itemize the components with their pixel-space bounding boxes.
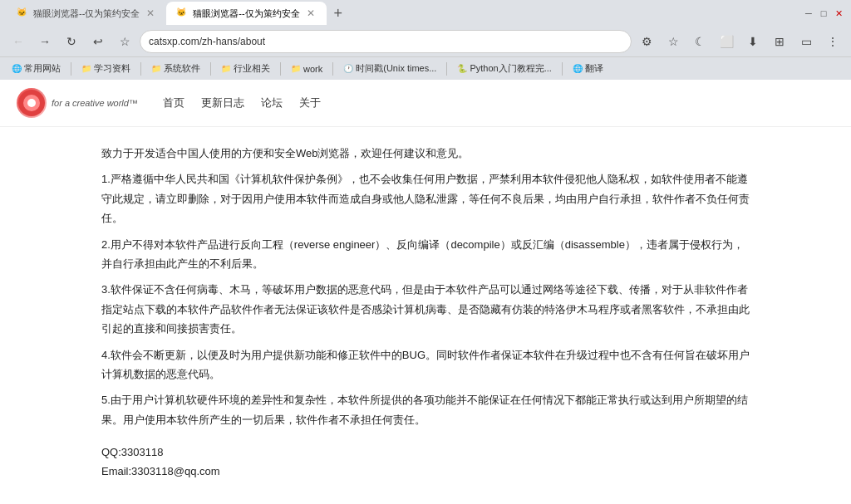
forward-button[interactable]: → [33, 30, 57, 53]
qq-info: QQ:3303118 [101, 443, 750, 462]
bookmark-1-label: 学习资料 [94, 62, 130, 75]
bookmark-translate-label: 翻译 [585, 62, 603, 75]
bookmark-sep-5 [446, 62, 447, 76]
home-button[interactable]: ↩ [86, 30, 110, 53]
bookmark-3-icon: 📁 [221, 64, 231, 73]
bookmark-sep-0 [71, 62, 71, 76]
nav-right-icons: ⚙ ☆ ☾ ⬜ ⬇ ⊞ ▭ ⋮ [635, 30, 844, 53]
star-button[interactable]: ☆ [113, 30, 136, 53]
bookmark-1[interactable]: 📁 学习资料 [76, 61, 135, 76]
bookmark-python[interactable]: 🐍 Python入门教程完... [452, 61, 556, 76]
site-logo: for a creative world™ [17, 88, 138, 118]
bookmark-work-icon: 📁 [291, 64, 301, 73]
bookmark-0[interactable]: 🌐 常用网站 [7, 61, 66, 76]
bookmark-0-icon: 🌐 [12, 64, 22, 73]
bookmark-0-label: 常用网站 [24, 62, 61, 75]
bookmark-sep-6 [562, 62, 563, 76]
logo-icon [17, 88, 47, 118]
content-para-2: 2.用户不得对本软件产品进行反向工程（reverse engineer）、反向编… [101, 235, 750, 274]
bookmark-work[interactable]: 📁 work [286, 62, 327, 76]
main-content: 致力于开发适合中国人使用的方便和安全Web浏览器，欢迎任何建议和意见。 1.严格… [52, 127, 799, 504]
svg-point-2 [27, 99, 36, 107]
tab-2-favicon: 🐱 [176, 7, 188, 19]
tab-1-title: 猫眼浏览器--仅为策约安全 [33, 7, 140, 20]
tabs-area: 🐱 猫眼浏览器--仅为策约安全 ✕ 🐱 猫眼浏览器--仅为策约安全 ✕ + [7, 2, 803, 25]
bookmark-sep-2 [210, 62, 211, 76]
bookmark-2[interactable]: 📁 系统软件 [146, 61, 205, 76]
email-info: Email:3303118@qq.com [101, 462, 750, 481]
bookmark-2-label: 系统软件 [164, 62, 200, 75]
bookmark-translate[interactable]: 🌐 翻译 [568, 61, 608, 76]
menu-icon[interactable]: ⋮ [821, 30, 844, 53]
nav-forum[interactable]: 论坛 [261, 92, 283, 114]
content-intro: 致力于开发适合中国人使用的方便和安全Web浏览器，欢迎任何建议和意见。 [101, 144, 750, 163]
tab-2-close[interactable]: ✕ [305, 7, 317, 19]
address-text: catsxp.com/zh-hans/about [149, 36, 265, 47]
sidebar-icon[interactable]: ▭ [794, 30, 818, 53]
site-nav: 首页 更新日志 论坛 关于 [163, 92, 321, 114]
moon-icon[interactable]: ☾ [688, 30, 711, 53]
refresh-button[interactable]: ↻ [60, 30, 83, 53]
bookmarks-bar: 🌐 常用网站 📁 学习资料 📁 系统软件 📁 行业相关 📁 work 🕐 时间戳… [0, 56, 851, 80]
tab-2[interactable]: 🐱 猫眼浏览器--仅为策约安全 ✕ [166, 2, 326, 25]
nav-home[interactable]: 首页 [163, 92, 184, 114]
nav-about[interactable]: 关于 [299, 92, 321, 114]
contact-info: QQ:3303118 Email:3303118@qq.com [101, 443, 750, 482]
bookmark-timestamp-icon: 🕐 [343, 64, 353, 73]
content-para-3: 3.软件保证不含任何病毒、木马，等破坏用户数据的恶意代码，但是由于本软件产品可以… [101, 280, 750, 338]
minimize-button[interactable]: ─ [803, 7, 814, 19]
bookmark-python-label: Python入门教程完... [470, 62, 551, 75]
navigation-bar: ← → ↻ ↩ ☆ catsxp.com/zh-hans/about ⚙ ☆ ☾… [0, 27, 851, 56]
nav-changelog[interactable]: 更新日志 [201, 92, 244, 114]
site-header: for a creative world™ 首页 更新日志 论坛 关于 [0, 80, 851, 127]
content-para-5: 5.由于用户计算机软硬件环境的差异性和复杂性，本软件所提供的各项功能并不能保证在… [101, 390, 750, 429]
tab-1-favicon: 🐱 [17, 7, 28, 19]
bookmark-sep-3 [280, 62, 281, 76]
content-para-4: 4.软件会不断更新，以便及时为用户提供新功能和修正软件中的BUG。同时软件作者保… [101, 345, 750, 384]
tab-2-title: 猫眼浏览器--仅为策约安全 [193, 7, 299, 20]
bookmark-translate-icon: 🌐 [573, 64, 583, 73]
screenshot-icon[interactable]: ⬜ [715, 30, 738, 53]
content-para-1: 1.严格遵循中华人民共和国《计算机软件保护条例》，也不会收集任何用户数据，严禁利… [101, 169, 750, 228]
page-content: for a creative world™ 首页 更新日志 论坛 关于 致力于开… [0, 80, 851, 504]
maximize-button[interactable]: □ [818, 7, 829, 19]
address-bar[interactable]: catsxp.com/zh-hans/about [140, 30, 632, 53]
site-settings-icon[interactable]: ⚙ [635, 30, 658, 53]
downloads-icon[interactable]: ⬇ [741, 30, 765, 53]
bookmark-sep-1 [140, 62, 141, 76]
new-tab-button[interactable]: + [327, 2, 350, 25]
window-controls: ─ □ ✕ [803, 7, 844, 19]
bookmark-work-label: work [303, 64, 322, 74]
bookmark-python-icon: 🐍 [457, 64, 467, 73]
bookmark-timestamp-label: 时间戳(Unix times... [356, 62, 436, 75]
bookmark-sep-4 [332, 62, 333, 76]
bookmark-3[interactable]: 📁 行业相关 [216, 61, 275, 76]
close-button[interactable]: ✕ [833, 7, 844, 19]
bookmark-1-icon: 📁 [81, 64, 91, 73]
bookmark-timestamp[interactable]: 🕐 时间戳(Unix times... [338, 61, 441, 76]
bookmark-2-icon: 📁 [151, 64, 161, 73]
star-icon[interactable]: ☆ [662, 30, 685, 53]
tab-1-close[interactable]: ✕ [145, 7, 156, 19]
tab-1[interactable]: 🐱 猫眼浏览器--仅为策约安全 ✕ [7, 2, 166, 25]
title-bar: 🐱 猫眼浏览器--仅为策约安全 ✕ 🐱 猫眼浏览器--仅为策约安全 ✕ + ─ … [0, 0, 851, 27]
extensions-icon[interactable]: ⊞ [768, 30, 791, 53]
back-button[interactable]: ← [7, 30, 30, 53]
browser-chrome: 🐱 猫眼浏览器--仅为策约安全 ✕ 🐱 猫眼浏览器--仅为策约安全 ✕ + ─ … [0, 0, 851, 504]
bookmark-3-label: 行业相关 [234, 62, 270, 75]
logo-tagline: for a creative world™ [52, 98, 138, 108]
